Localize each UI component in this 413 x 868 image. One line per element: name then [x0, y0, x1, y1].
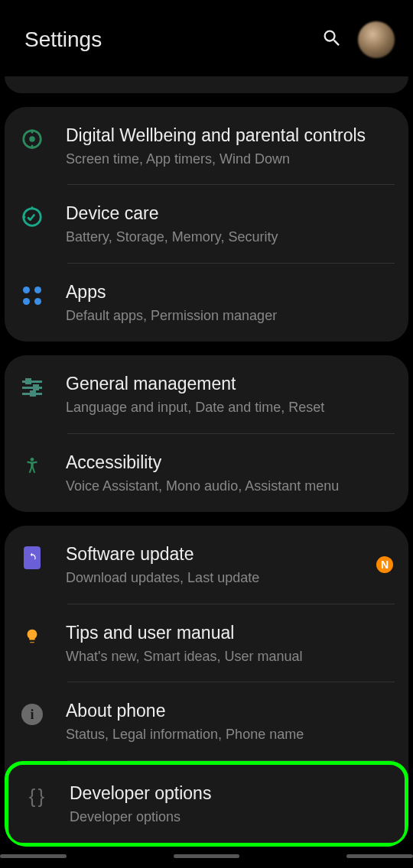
settings-group: Digital Wellbeing and parental controls … — [5, 107, 408, 342]
svg-point-3 — [31, 458, 34, 462]
nav-recents[interactable] — [0, 854, 67, 858]
accessibility-icon — [20, 454, 44, 478]
item-title: Accessibility — [66, 451, 393, 474]
item-body: Device care Battery, Storage, Memory, Se… — [66, 202, 393, 246]
partial-group — [5, 76, 408, 93]
settings-item-general-management[interactable]: General management Language and input, D… — [5, 355, 408, 433]
highlight-box: { } Developer options Developer options — [5, 761, 408, 847]
notification-badge: N — [376, 556, 393, 573]
header-actions — [321, 21, 395, 58]
navigation-bar[interactable] — [0, 854, 413, 865]
search-icon[interactable] — [321, 28, 343, 52]
lightbulb-icon — [20, 624, 44, 649]
item-title: Tips and user manual — [66, 621, 393, 645]
braces-icon: { } — [24, 785, 48, 809]
settings-list: Digital Wellbeing and parental controls … — [0, 76, 413, 847]
item-subtitle: Download updates, Last update — [66, 569, 370, 587]
nav-home[interactable] — [174, 854, 240, 858]
item-subtitle: Screen time, App timers, Wind Down — [66, 151, 393, 168]
item-body: Digital Wellbeing and parental controls … — [66, 124, 393, 168]
item-subtitle: What's new, Smart ideas, User manual — [66, 648, 393, 666]
item-title: Digital Wellbeing and parental controls — [66, 124, 393, 147]
settings-item-tips-manual[interactable]: Tips and user manual What's new, Smart i… — [5, 604, 408, 682]
settings-item-software-update[interactable]: Software update Download updates, Last u… — [5, 526, 408, 604]
svg-point-1 — [29, 136, 35, 142]
info-icon: i — [20, 702, 44, 727]
item-body: Accessibility Voice Assistant, Mono audi… — [66, 451, 393, 495]
item-body: Developer options Developer options — [70, 782, 389, 826]
item-body: Software update Download updates, Last u… — [66, 542, 370, 587]
settings-item-accessibility[interactable]: Accessibility Voice Assistant, Mono audi… — [5, 434, 408, 512]
page-header: Settings — [0, 0, 413, 76]
settings-group: Software update Download updates, Last u… — [5, 526, 408, 847]
sliders-icon — [20, 375, 44, 400]
item-title: General management — [66, 372, 393, 396]
item-body: About phone Status, Legal information, P… — [66, 699, 393, 743]
apps-icon — [20, 283, 44, 308]
settings-item-about-phone[interactable]: i About phone Status, Legal information,… — [5, 682, 408, 760]
item-body: Apps Default apps, Permission manager — [66, 280, 393, 325]
settings-group: General management Language and input, D… — [5, 355, 408, 512]
avatar[interactable] — [358, 21, 395, 58]
item-title: Device care — [66, 202, 393, 225]
settings-item-digital-wellbeing[interactable]: Digital Wellbeing and parental controls … — [5, 107, 408, 185]
page-title: Settings — [24, 28, 102, 52]
item-subtitle: Status, Legal information, Phone name — [66, 726, 393, 743]
wellbeing-icon — [20, 127, 44, 151]
item-title: Developer options — [70, 782, 389, 805]
item-body: Tips and user manual What's new, Smart i… — [66, 621, 393, 666]
item-title: About phone — [66, 699, 393, 723]
software-update-icon — [20, 546, 44, 570]
item-subtitle: Language and input, Date and time, Reset — [66, 399, 393, 416]
device-care-icon — [20, 205, 44, 229]
item-subtitle: Default apps, Permission manager — [66, 307, 393, 325]
item-subtitle: Developer options — [70, 808, 389, 826]
settings-item-device-care[interactable]: Device care Battery, Storage, Memory, Se… — [5, 185, 408, 263]
item-title: Apps — [66, 280, 393, 304]
item-title: Software update — [66, 542, 370, 566]
nav-back[interactable] — [346, 854, 413, 858]
item-body: General management Language and input, D… — [66, 372, 393, 416]
item-subtitle: Voice Assistant, Mono audio, Assistant m… — [66, 478, 393, 495]
item-subtitle: Battery, Storage, Memory, Security — [66, 228, 393, 246]
settings-item-apps[interactable]: Apps Default apps, Permission manager — [5, 264, 408, 342]
settings-item-developer-options[interactable]: { } Developer options Developer options — [8, 765, 405, 843]
